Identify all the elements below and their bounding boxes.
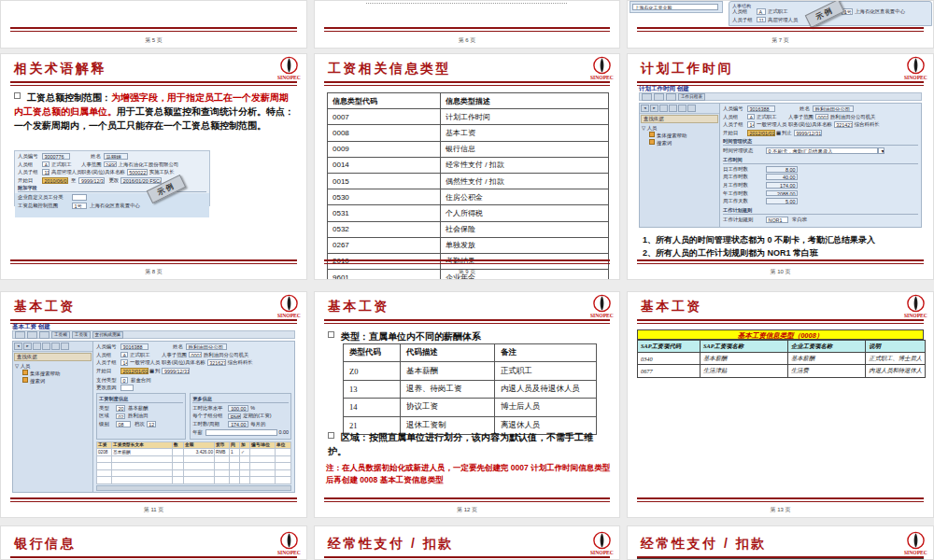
page-11[interactable]: 基本工资 SINOPEC 基本工资 创建 工资额 工资项 支付构成测算 ◄ ► … bbox=[0, 291, 307, 518]
help-icon bbox=[649, 132, 655, 137]
table-row: 0015偶然性支付 / 扣款 bbox=[328, 173, 609, 189]
svg-text:SINOPEC: SINOPEC bbox=[904, 550, 927, 555]
table-row: 0530住房公积金 bbox=[328, 189, 609, 205]
footer-divider bbox=[10, 27, 297, 32]
table-row: 0267单独发放 bbox=[328, 237, 609, 253]
footer-divider bbox=[10, 497, 297, 502]
check-icon: ✓ bbox=[240, 449, 250, 456]
sinopec-logo-icon: SINOPEC bbox=[588, 55, 614, 80]
sap-fragment-left: 上海石化工资全额 bbox=[630, 1, 723, 13]
slide-title: 基本工资 bbox=[14, 299, 76, 315]
toolbar-icon bbox=[666, 93, 676, 101]
start-date-value: 2010/06/01 bbox=[42, 177, 68, 184]
sinopec-logo-icon: SINOPEC bbox=[276, 55, 301, 80]
search-icon bbox=[22, 377, 28, 383]
footer-divider bbox=[10, 259, 297, 264]
field-label: 姓名 bbox=[91, 153, 104, 160]
field-text: 正式职工 bbox=[768, 8, 788, 15]
field-value: 上海石化工资全额 bbox=[632, 4, 718, 10]
slide-title: 计划工作时间 bbox=[641, 61, 733, 77]
sap-toolbar: 工资额 工资项 支付构成测算 bbox=[12, 330, 295, 339]
page-5[interactable]: 第 5 页 bbox=[0, 0, 307, 49]
table-row: 0532社会保险 bbox=[328, 221, 609, 237]
sinopec-logo-icon: SINOPEC bbox=[588, 293, 614, 318]
sinopec-logo-icon: SINOPEC bbox=[902, 55, 927, 80]
page-8[interactable]: 相关术语解释 SINOPEC 工资总额控制范围：为增强字段，用于指定员工在一个发… bbox=[0, 53, 307, 280]
page-13[interactable]: 基本工资 SINOPEC 基本工资信息类型（0008） SAP工资项代码 SAP… bbox=[627, 291, 934, 518]
pay-scale-group: 工资制度信息 类型 20 基本薪酬 区域 02 胜利油田 级别 08 档次 12 bbox=[96, 393, 186, 439]
table-row: 13退养、待岗工资内退人员及待退休人员 bbox=[344, 380, 597, 398]
page-7[interactable]: 上海石化工资全额 人事结构 人员组 A 正式职工 工资范围 1号 上海石化区直装… bbox=[627, 0, 934, 49]
page-number: 第 7 页 bbox=[628, 36, 933, 45]
title-divider bbox=[324, 556, 610, 560]
field-value: 3000776 bbox=[42, 153, 70, 160]
page-9[interactable]: 工资相关信息类型 SINOPEC 信息类型代码 信息类型描述 0007计划工作时… bbox=[314, 53, 620, 280]
svg-text:SINOPEC: SINOPEC bbox=[277, 313, 301, 318]
page-number: 第 10 页 bbox=[628, 268, 933, 276]
field-label: 开始日 bbox=[18, 177, 42, 184]
end-date-value: 9999/12/31 bbox=[78, 177, 105, 184]
page-12[interactable]: 基本工资 SINOPEC 类型：直属单位内不同的薪酬体系 类型代码 代码描述 备… bbox=[314, 291, 620, 518]
field-text: 高层管理人员 bbox=[768, 17, 798, 23]
footer-divider bbox=[324, 259, 610, 264]
field-text: 正式职工 bbox=[51, 161, 76, 168]
grid-header: 工资 工资类型长文本 数 金额 货币 间 加 编号/单位 单位 bbox=[97, 441, 291, 449]
table-row: 0677生活津贴生活费内退人员和待退休人 bbox=[638, 365, 926, 377]
page-number: 第 11 页 bbox=[1, 506, 306, 514]
table-row: 0008基本工资 bbox=[328, 125, 609, 141]
page-6[interactable]: 第 6 页 bbox=[314, 0, 620, 49]
footer-divider bbox=[637, 27, 924, 32]
nav-buttons: ◄ ► bbox=[13, 342, 92, 352]
page-number: 第 6 页 bbox=[315, 36, 619, 45]
additional-fields-area: 企业自定义员工分类 工资总额控制范围 1号 上海石化区直装置中心 bbox=[15, 193, 209, 217]
svg-text:SINOPEC: SINOPEC bbox=[904, 75, 927, 80]
field-label: 人事范围 bbox=[81, 161, 102, 168]
note-line: 1、所有人员的时间管理状态都为 0 不刷卡，考勤汇总结果录入 bbox=[643, 234, 875, 246]
field-value: A bbox=[42, 161, 50, 168]
field-text: 高层管理人员 bbox=[51, 169, 81, 175]
table-row: 0014经常性支付 / 扣款 bbox=[328, 157, 609, 173]
grid-row bbox=[97, 455, 291, 463]
note-line: 2、所有人员的工作计划规则都为 NOR1 常白班 bbox=[643, 247, 818, 259]
slide-title: 银行信息 bbox=[14, 536, 76, 553]
field-label: 人员子组 bbox=[18, 169, 42, 175]
page-number: 第 13 页 bbox=[628, 506, 933, 514]
page-16[interactable]: 经常性支付 / 扣款 SINOPEC 经常性支付/扣款信息类型（0014） bbox=[627, 525, 934, 560]
sinopec-logo-icon: SINOPEC bbox=[588, 530, 614, 555]
column-header: 信息类型描述 bbox=[441, 93, 609, 109]
title-divider bbox=[637, 319, 924, 324]
field-value: 1号 bbox=[72, 203, 87, 209]
wage-type-grid: 工资 工资类型长文本 数 金额 货币 间 加 编号/单位 单位 0208 基本薪… bbox=[96, 441, 291, 484]
page-14[interactable]: 银行信息 SINOPEC 银行账户信息 创建 bbox=[0, 525, 307, 560]
page-number: 第 9 页 bbox=[315, 268, 619, 276]
field-label: 至 bbox=[71, 177, 76, 184]
toolbar-icon bbox=[642, 93, 652, 101]
forward-icon: ► bbox=[23, 343, 32, 350]
slide-title: 基本工资 bbox=[641, 299, 702, 315]
page-10[interactable]: 计划工作时间 SINOPEC 计划工作时间 创建 工作日程表 ◄ ► 查找依据 … bbox=[627, 53, 934, 280]
field-value: 2016/01/20 FSCAI bbox=[120, 177, 162, 184]
sap-window-screenshot: ◄ ► 查找依据 ▽ 人员 集体搜索帮助 搜索词 人员编号 3016388 姓名… bbox=[12, 341, 295, 493]
field-value: 50002234 bbox=[127, 169, 148, 175]
term-paragraph: 工资总额控制范围：为增强字段，用于指定员工在一个发薪周期内工资总额的归属单位。用… bbox=[14, 91, 296, 133]
page-number: 第 8 页 bbox=[1, 268, 306, 276]
sinopec-logo-icon: SINOPEC bbox=[276, 293, 301, 318]
search-icon bbox=[649, 139, 655, 145]
sap-toolbar: 工作日程表 bbox=[639, 92, 922, 101]
dropdown-icon: ▼ bbox=[878, 147, 884, 154]
nav-buttons: ◄ ► bbox=[640, 104, 719, 114]
search-header: 查找依据 bbox=[14, 353, 92, 361]
page-15[interactable]: 经常性支付 / 扣款 SINOPEC 经常性支付/扣款 创建 bbox=[314, 525, 620, 560]
section-label: 工作计划规则 bbox=[723, 207, 918, 215]
field-label: 职务(岗位)具体名称 bbox=[81, 169, 125, 175]
slide-title: 经常性支付 / 扣款 bbox=[641, 536, 767, 553]
pay-type-table: 类型代码 代码描述 备注 Z0基本薪酬正式职工 13退养、待岗工资内退人员及待退… bbox=[343, 343, 597, 435]
table-row: 0009银行信息 bbox=[328, 141, 609, 157]
more-info-group: 更多信息 工时比率水平 100.00 % 每个子组分组 RMB 定期的(工资) … bbox=[190, 393, 291, 439]
svg-text:SINOPEC: SINOPEC bbox=[590, 550, 614, 555]
table-row: 0531个人所得税 bbox=[328, 205, 609, 221]
field-label: 企业自定义员工分类 bbox=[18, 194, 72, 201]
svg-text:SINOPEC: SINOPEC bbox=[277, 75, 301, 80]
page-number: 第 5 页 bbox=[1, 36, 306, 45]
group-boxes: 工资制度信息 类型 20 基本薪酬 区域 02 胜利油田 级别 08 档次 12… bbox=[96, 393, 291, 439]
